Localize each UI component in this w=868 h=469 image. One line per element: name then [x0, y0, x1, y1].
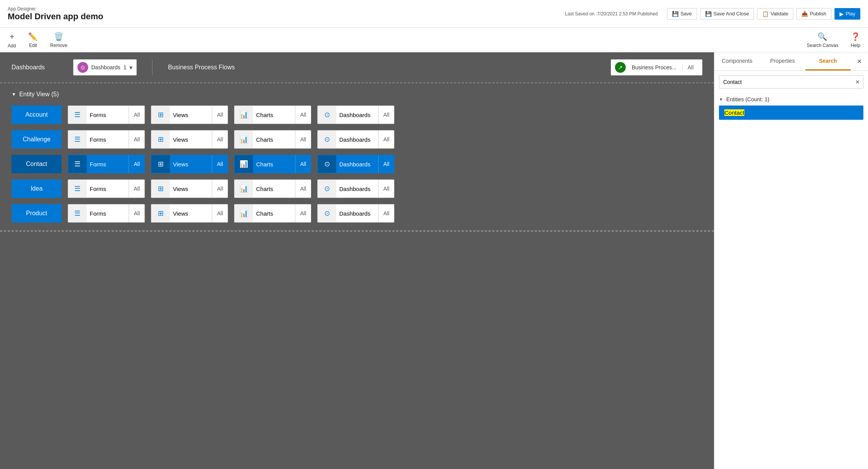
- entity-button-idea[interactable]: Idea: [12, 179, 62, 198]
- views-icon: ⊞: [151, 179, 170, 198]
- add-icon: ＋: [8, 31, 16, 42]
- views-chip-idea[interactable]: ⊞ViewsAll: [151, 179, 228, 198]
- entity-result-item[interactable]: Contact: [719, 106, 863, 120]
- views-chip-account-all[interactable]: All: [212, 106, 228, 124]
- entities-chevron-icon: ▼: [719, 97, 723, 102]
- dashboards-chip-challenge[interactable]: ⊙DashboardsAll: [317, 130, 394, 149]
- views-chip-challenge[interactable]: ⊞ViewsAll: [151, 130, 228, 149]
- forms-chip-product[interactable]: ☰FormsAll: [68, 204, 145, 223]
- views-chip-contact[interactable]: ⊞ViewsAll: [151, 155, 228, 173]
- forms-chip-product-all[interactable]: All: [129, 204, 144, 222]
- tab-components[interactable]: Components: [714, 52, 760, 70]
- charts-chip-contact[interactable]: 📊ChartsAll: [234, 155, 311, 173]
- forms-chip-challenge-all[interactable]: All: [129, 131, 144, 148]
- dashboards-chip-idea-all[interactable]: All: [378, 180, 394, 198]
- forms-chip-contact-all[interactable]: All: [129, 155, 144, 173]
- edit-tool[interactable]: ✏️ Edit: [28, 32, 38, 48]
- search-input[interactable]: [719, 76, 852, 88]
- entity-row: Contact☰FormsAll⊞ViewsAll📊ChartsAll⊙Dash…: [12, 155, 702, 173]
- forms-chip-idea[interactable]: ☰FormsAll: [68, 179, 145, 198]
- views-chip-product-all[interactable]: All: [212, 204, 228, 222]
- last-saved-text: Last Saved on :7/20/2021 2:53 PM Publish…: [565, 11, 658, 17]
- charts-chip-product-all[interactable]: All: [295, 204, 311, 222]
- forms-icon: ☰: [68, 155, 87, 173]
- entity-view-header[interactable]: ▼ Entity View (5): [12, 87, 702, 102]
- forms-icon: ☰: [68, 204, 87, 223]
- dashboards-chip-product-all[interactable]: All: [378, 204, 394, 222]
- publish-icon: 📤: [801, 11, 808, 17]
- bpf-chip[interactable]: ↗ Business Proces... All: [611, 59, 703, 75]
- dashboards-label: Dashboards: [12, 64, 58, 71]
- forms-chip-challenge[interactable]: ☰FormsAll: [68, 130, 145, 149]
- entity-button-challenge[interactable]: Challenge: [12, 130, 62, 149]
- charts-chip-challenge[interactable]: 📊ChartsAll: [234, 130, 311, 149]
- dashboards-chip-account-label: Dashboards: [336, 112, 378, 118]
- dashboards-chip-account-all[interactable]: All: [378, 106, 394, 124]
- add-tool[interactable]: ＋ Add: [8, 31, 16, 49]
- search-canvas-tool[interactable]: 🔍 Search Canvas: [807, 32, 838, 48]
- dashboards-chip-contact[interactable]: ⊙DashboardsAll: [317, 155, 394, 173]
- dashboards-chip-product[interactable]: ⊙DashboardsAll: [317, 204, 394, 223]
- forms-icon: ☰: [68, 179, 87, 198]
- dashboard-chip[interactable]: ⊙ Dashboards 1 ▾: [73, 59, 137, 75]
- remove-tool[interactable]: 🗑️ Remove: [50, 32, 67, 48]
- forms-chip-product-label: Forms: [87, 210, 129, 217]
- forms-chip-account-label: Forms: [87, 112, 129, 118]
- views-chip-idea-label: Views: [170, 186, 212, 192]
- charts-chip-idea-all[interactable]: All: [295, 180, 311, 198]
- charts-chip-product[interactable]: 📊ChartsAll: [234, 204, 311, 223]
- dashboards-chip-account[interactable]: ⊙DashboardsAll: [317, 106, 394, 124]
- dashboard-row: Dashboards ⊙ Dashboards 1 ▾ Business Pro…: [0, 52, 714, 83]
- charts-chip-idea[interactable]: 📊ChartsAll: [234, 179, 311, 198]
- entity-button-product[interactable]: Product: [12, 204, 62, 223]
- entity-button-account[interactable]: Account: [12, 106, 62, 124]
- dashboards-chip-product-label: Dashboards: [336, 210, 378, 217]
- charts-chip-idea-label: Charts: [253, 186, 295, 192]
- publish-button[interactable]: 📤 Publish: [796, 8, 831, 20]
- views-icon: ⊞: [151, 130, 170, 149]
- dashboards-chip-contact-all[interactable]: All: [378, 155, 394, 173]
- entities-results-header[interactable]: ▼ Entities (Count: 1): [719, 93, 863, 106]
- charts-chip-account-label: Charts: [253, 112, 295, 118]
- charts-chip-contact-label: Charts: [253, 161, 295, 168]
- dashboards-chip-contact-label: Dashboards: [336, 161, 378, 168]
- toolbar-right: 🔍 Search Canvas ❓ Help: [807, 32, 860, 48]
- forms-icon: ☰: [68, 130, 87, 149]
- forms-chip-account-all[interactable]: All: [129, 106, 144, 124]
- entity-rows: Account☰FormsAll⊞ViewsAll📊ChartsAll⊙Dash…: [12, 102, 702, 226]
- dashboard-chip-count: 1: [124, 64, 127, 70]
- dashboards-chip-challenge-all[interactable]: All: [378, 131, 394, 148]
- charts-chip-contact-all[interactable]: All: [295, 155, 311, 173]
- views-chip-contact-all[interactable]: All: [212, 155, 228, 173]
- entity-row: Idea☰FormsAll⊞ViewsAll📊ChartsAll⊙Dashboa…: [12, 179, 702, 198]
- panel-close-button[interactable]: ✕: [851, 52, 868, 70]
- views-chip-account[interactable]: ⊞ViewsAll: [151, 106, 228, 124]
- forms-chip-contact[interactable]: ☰FormsAll: [68, 155, 145, 173]
- charts-chip-challenge-all[interactable]: All: [295, 131, 311, 148]
- play-button[interactable]: ▶ Play: [834, 8, 860, 20]
- charts-chip-account-all[interactable]: All: [295, 106, 311, 124]
- canvas-area[interactable]: Dashboards ⊙ Dashboards 1 ▾ Business Pro…: [0, 52, 714, 469]
- save-button[interactable]: 💾 Save: [667, 8, 697, 20]
- help-tool[interactable]: ❓ Help: [851, 32, 860, 48]
- search-box: ✕: [719, 75, 863, 89]
- entity-result-highlight: Contact: [724, 109, 744, 116]
- search-clear-icon[interactable]: ✕: [852, 76, 863, 88]
- charts-chip-product-label: Charts: [253, 210, 295, 217]
- views-chip-idea-all[interactable]: All: [212, 180, 228, 198]
- panel-tabs: Components Properties Search ✕: [714, 52, 868, 71]
- dashboards-chip-idea[interactable]: ⊙DashboardsAll: [317, 179, 394, 198]
- entity-button-contact[interactable]: Contact: [12, 155, 62, 173]
- tab-properties[interactable]: Properties: [760, 52, 805, 70]
- tab-search[interactable]: Search: [805, 52, 851, 70]
- entity-row: Account☰FormsAll⊞ViewsAll📊ChartsAll⊙Dash…: [12, 106, 702, 124]
- views-chip-challenge-all[interactable]: All: [212, 131, 228, 148]
- forms-chip-idea-all[interactable]: All: [129, 180, 144, 198]
- views-chip-product[interactable]: ⊞ViewsAll: [151, 204, 228, 223]
- forms-chip-account[interactable]: ☰FormsAll: [68, 106, 145, 124]
- dashboard-dropdown-icon[interactable]: ▾: [129, 64, 132, 71]
- charts-chip-account[interactable]: 📊ChartsAll: [234, 106, 311, 124]
- dashboards-chip-challenge-label: Dashboards: [336, 136, 378, 143]
- save-close-button[interactable]: 💾 Save And Close: [700, 8, 754, 20]
- validate-button[interactable]: 📋 Validate: [757, 8, 793, 20]
